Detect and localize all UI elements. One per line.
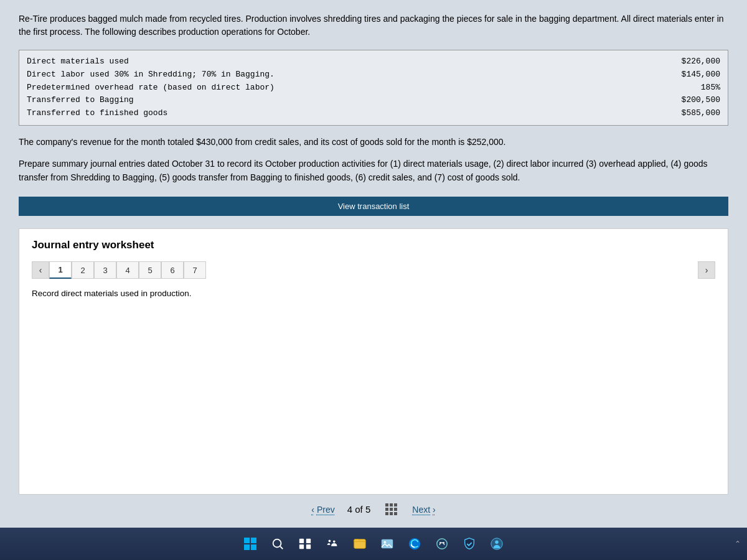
table-values: $226,000 $145,000 185% $200,500 $585,000 — [646, 55, 720, 120]
svg-line-1 — [280, 546, 283, 549]
view-transaction-button[interactable]: View transaction list — [19, 197, 728, 216]
tab-next-arrow[interactable]: › — [698, 261, 715, 279]
edge-button[interactable] — [405, 534, 425, 554]
account-button[interactable] — [487, 534, 507, 554]
security-icon — [463, 537, 476, 551]
svg-point-8 — [384, 541, 387, 543]
table-row-1-label: Direct materials used — [27, 55, 646, 68]
next-button[interactable]: Next › — [412, 505, 435, 515]
tab-7[interactable]: 7 — [184, 261, 206, 279]
table-row-4-value: $200,500 — [646, 94, 720, 107]
svg-point-10 — [437, 539, 448, 549]
windows-start-button[interactable] — [240, 534, 260, 554]
tab-3[interactable]: 3 — [94, 261, 116, 279]
revenue-text: The company's revenue for the month tota… — [19, 136, 728, 149]
total-pages: 5 — [365, 504, 370, 515]
svg-rect-5 — [306, 544, 311, 549]
search-icon — [271, 537, 284, 551]
svg-rect-4 — [299, 544, 304, 549]
record-instruction: Record direct materials used in producti… — [32, 289, 715, 298]
table-row-1-value: $226,000 — [646, 55, 720, 68]
page-info: 4 of 5 — [347, 504, 371, 515]
security-button[interactable] — [459, 534, 479, 554]
tab-4[interactable]: 4 — [116, 261, 139, 279]
tab-5[interactable]: 5 — [139, 261, 161, 279]
journal-entry-worksheet: Journal entry worksheet ‹ 1 2 3 4 5 6 7 … — [19, 228, 728, 495]
svg-point-0 — [273, 539, 281, 548]
edge-icon — [408, 537, 421, 551]
svg-rect-3 — [306, 539, 311, 543]
data-table: Direct materials used Direct labor used … — [19, 50, 728, 126]
intro-paragraph: Re-Tire produces bagged mulch made from … — [19, 12, 728, 39]
pagination: ‹ Prev 4 of 5 Next › — [19, 495, 728, 521]
teams-icon — [326, 537, 339, 551]
tab-6[interactable]: 6 — [161, 261, 184, 279]
file-explorer-button[interactable] — [350, 534, 370, 554]
svg-point-14 — [495, 541, 499, 544]
table-labels: Direct materials used Direct labor used … — [27, 55, 646, 120]
table-row-3-label: Predetermined overhead rate (based on di… — [27, 82, 646, 95]
prepare-description: Prepare summary journal entries dated Oc… — [19, 159, 708, 182]
copilot-button[interactable] — [432, 534, 452, 554]
table-row-3-value: 185% — [646, 82, 720, 95]
svg-point-12 — [443, 542, 444, 543]
revenue-description: The company's revenue for the month tota… — [19, 137, 505, 147]
prev-arrow-icon: ‹ — [311, 505, 314, 515]
account-icon — [490, 537, 504, 551]
svg-point-11 — [439, 542, 441, 543]
copilot-icon — [435, 537, 449, 551]
prev-label: Prev — [317, 505, 335, 515]
current-page: 4 — [347, 504, 352, 515]
next-arrow-icon: › — [433, 505, 436, 515]
file-explorer-icon — [353, 537, 367, 551]
task-view-icon — [298, 537, 312, 551]
worksheet-title: Journal entry worksheet — [32, 239, 715, 251]
photos-icon — [380, 537, 394, 551]
tab-prev-arrow[interactable]: ‹ — [32, 261, 49, 279]
task-view-button[interactable] — [295, 534, 315, 554]
taskbar: ⌃ — [0, 528, 747, 560]
photos-button[interactable] — [377, 534, 397, 554]
table-row-5-value: $585,000 — [646, 107, 720, 120]
taskbar-chevron-icon[interactable]: ⌃ — [735, 539, 741, 548]
tab-navigation: ‹ 1 2 3 4 5 6 7 › — [32, 261, 715, 279]
svg-rect-2 — [299, 539, 304, 543]
teams-button[interactable] — [322, 534, 342, 554]
of-label: of — [355, 504, 363, 515]
intro-text: Re-Tire produces bagged mulch made from … — [19, 14, 724, 37]
windows-logo-icon — [244, 538, 256, 550]
main-content: Re-Tire produces bagged mulch made from … — [0, 0, 747, 528]
tab-2[interactable]: 2 — [72, 261, 94, 279]
table-row-5-label: Transferred to finished goods — [27, 107, 646, 120]
search-button[interactable] — [268, 534, 288, 554]
tab-1[interactable]: 1 — [49, 261, 72, 279]
next-label: Next — [412, 505, 430, 515]
grid-icon[interactable] — [385, 503, 397, 515]
prev-button[interactable]: ‹ Prev — [311, 505, 334, 515]
table-row-4-label: Transferred to Bagging — [27, 94, 646, 107]
table-row-2-label: Direct labor used 30% in Shredding; 70% … — [27, 68, 646, 82]
prepare-text: Prepare summary journal entries dated Oc… — [19, 157, 728, 184]
table-row-2-value: $145,000 — [646, 68, 720, 82]
